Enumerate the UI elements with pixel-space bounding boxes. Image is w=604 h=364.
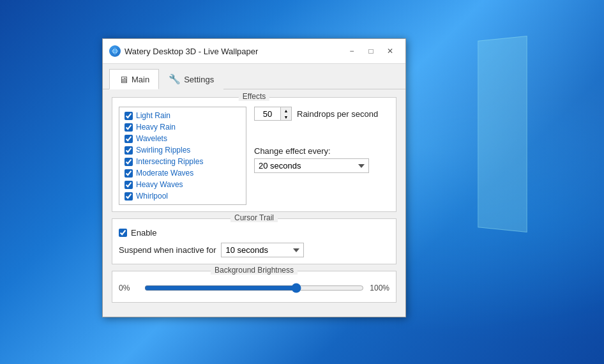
effect-item-moderate-waves[interactable]: Moderate Waves <box>119 167 246 179</box>
change-effect-select[interactable]: 5 seconds 10 seconds 20 seconds 30 secon… <box>254 158 369 173</box>
windows-panel-decoration <box>478 36 527 232</box>
maximize-button[interactable]: □ <box>362 44 380 58</box>
brightness-inner: 0% 100% <box>119 280 389 296</box>
effect-label-wavelets: Wavelets <box>136 134 167 143</box>
raindrops-label: Raindrops per second <box>297 109 378 119</box>
effect-item-whirlpool[interactable]: Whirlpool <box>119 190 246 202</box>
effect-item-intersecting-ripples[interactable]: Intersecting Ripples <box>119 156 246 167</box>
cursor-trail-section: Cursor Trail Enable Suspend when inactiv… <box>112 218 396 264</box>
effect-item-heavy-rain[interactable]: Heavy Rain <box>119 121 246 133</box>
effect-item-light-rain[interactable]: Light Rain <box>119 110 246 121</box>
effect-checkbox-whirlpool[interactable] <box>125 192 133 201</box>
tab-settings[interactable]: 🔧 Settings <box>159 69 223 89</box>
suspend-label: Suspend when inactive for <box>119 245 216 255</box>
brightness-slider[interactable] <box>144 283 364 293</box>
main-dialog: Watery Desktop 3D - Live Wallpaper − □ ✕… <box>102 38 406 317</box>
effects-section-title: Effects <box>239 92 269 101</box>
effect-checkbox-wavelets[interactable] <box>125 135 133 143</box>
effect-checkbox-light-rain[interactable] <box>125 112 133 120</box>
effect-label-whirlpool: Whirlpool <box>136 192 168 201</box>
effect-checkbox-intersecting-ripples[interactable] <box>125 158 133 166</box>
effects-list: Light Rain Heavy Rain Wavelets Swirling … <box>119 107 246 205</box>
effect-label-heavy-waves: Heavy Waves <box>136 180 183 189</box>
content-area: Effects Light Rain Heavy Rain Wavelets <box>103 89 405 317</box>
cursor-trail-inner: Enable Suspend when inactive for 5 secon… <box>119 228 389 257</box>
cursor-trail-title: Cursor Trail <box>230 213 278 222</box>
spin-arrows: ▲ ▼ <box>280 107 291 120</box>
svg-point-0 <box>112 48 118 54</box>
effects-right: 50 ▲ ▼ Raindrops per second Change effec… <box>254 107 389 205</box>
enable-row: Enable <box>119 228 389 238</box>
effect-label-intersecting-ripples: Intersecting Ripples <box>136 157 203 166</box>
minimize-button[interactable]: − <box>343 44 361 58</box>
brightness-max-label: 100% <box>369 284 389 292</box>
brightness-min-label: 0% <box>119 284 139 292</box>
effect-label-light-rain: Light Rain <box>136 111 170 120</box>
brightness-slider-wrap <box>144 280 364 296</box>
effect-label-heavy-rain: Heavy Rain <box>136 123 176 132</box>
effect-checkbox-swirling-ripples[interactable] <box>125 146 133 155</box>
brightness-title: Background Brightness <box>211 266 298 275</box>
suspend-select[interactable]: 5 seconds 10 seconds 20 seconds 30 secon… <box>221 243 304 257</box>
effect-item-swirling-ripples[interactable]: Swirling Ripples <box>119 144 246 156</box>
spin-down-button[interactable]: ▼ <box>281 114 291 120</box>
effect-item-heavy-waves[interactable]: Heavy Waves <box>119 179 246 190</box>
tab-settings-label: Settings <box>184 75 214 84</box>
change-effect-row: Change effect every: 5 seconds 10 second… <box>254 146 389 173</box>
brightness-row: 0% 100% <box>119 280 389 296</box>
effects-inner: Light Rain Heavy Rain Wavelets Swirling … <box>119 107 389 205</box>
window-title: Watery Desktop 3D - Live Wallpaper <box>125 47 258 56</box>
tools-icon: 🔧 <box>169 73 181 85</box>
title-controls: − □ ✕ <box>343 44 399 58</box>
change-effect-label: Change effect every: <box>254 146 389 156</box>
raindrops-spinbox: 50 ▲ ▼ <box>254 107 292 121</box>
effect-item-wavelets[interactable]: Wavelets <box>119 133 246 144</box>
app-icon <box>109 45 121 57</box>
effect-label-moderate-waves: Moderate Waves <box>136 169 193 178</box>
raindrops-input[interactable]: 50 <box>255 107 280 120</box>
effects-section: Effects Light Rain Heavy Rain Wavelets <box>112 97 396 212</box>
effect-checkbox-heavy-rain[interactable] <box>125 123 133 132</box>
tab-main-label: Main <box>132 75 149 84</box>
title-bar: Watery Desktop 3D - Live Wallpaper − □ ✕ <box>103 39 405 64</box>
effect-checkbox-moderate-waves[interactable] <box>125 169 133 178</box>
effect-label-swirling-ripples: Swirling Ripples <box>136 146 190 155</box>
spin-up-button[interactable]: ▲ <box>281 107 291 114</box>
enable-label: Enable <box>131 228 156 238</box>
enable-checkbox[interactable] <box>119 229 127 237</box>
suspend-row: Suspend when inactive for 5 seconds 10 s… <box>119 243 389 257</box>
brightness-section: Background Brightness 0% 100% <box>112 271 396 303</box>
raindrops-row: 50 ▲ ▼ Raindrops per second <box>254 107 389 121</box>
tab-bar: 🖥 Main 🔧 Settings <box>103 64 405 89</box>
monitor-icon: 🖥 <box>119 74 128 85</box>
close-button[interactable]: ✕ <box>381 44 399 58</box>
title-bar-left: Watery Desktop 3D - Live Wallpaper <box>109 45 258 57</box>
effect-checkbox-heavy-waves[interactable] <box>125 181 133 189</box>
tab-main[interactable]: 🖥 Main <box>109 69 159 89</box>
